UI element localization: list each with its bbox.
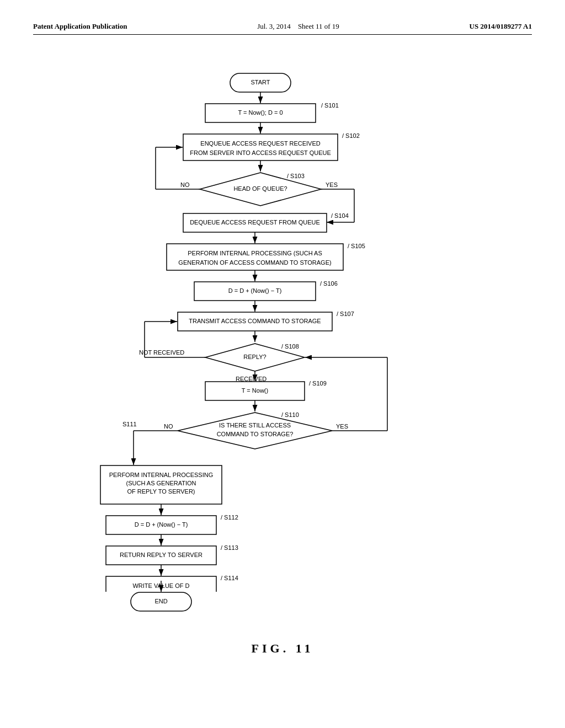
flowchart-container: START T = Now(); D = 0 / S101 ENQUEUE AC… [33,51,532,625]
flowchart-svg: START T = Now(); D = 0 / S101 ENQUEUE AC… [89,62,476,592]
svg-rect-16 [167,244,343,270]
s109-step: / S109 [309,380,327,387]
s108-step: / S108 [281,343,299,350]
s102-line1: ENQUEUE ACCESS REQUEST RECEIVED [200,140,320,147]
svg-rect-5 [183,134,338,160]
s109-label: T = Now() [242,387,268,394]
s102-step: / S102 [342,132,360,139]
s101-label: T = Now(); D = 0 [238,109,282,116]
s108-received: RECEIVED [236,376,266,382]
s103-no: NO [180,181,190,188]
header-patent: US 2014/0189277 A1 [470,22,532,31]
figure-label: FIG. 11 [33,641,532,656]
s102-line2: FROM SERVER INTO ACCESS REQUEST QUEUE [190,149,331,156]
s112-label: D = D + (Now() − T) [135,521,188,528]
s106-step: / S106 [320,280,338,287]
s108-not-received: NOT RECEIVED [139,349,184,356]
flowchart-end-svg: END [89,581,476,625]
s108-label: REPLY? [243,354,266,360]
s105-step: / S105 [348,243,365,249]
s111-step-ref: S111 [122,421,137,427]
s101-step: / S101 [321,102,339,109]
s111-line1: PERFORM INTERNAL PROCESSING [109,472,213,478]
s112-step: / S112 [221,514,238,521]
s106-label: D = D + (Now() − T) [228,287,282,294]
header-publication: Patent Application Publication [33,22,127,31]
s110-yes: YES [336,423,348,430]
s111-line2: (SUCH AS GENERATION [126,480,196,486]
header-center: Jul. 3, 2014 Sheet 11 of 19 [257,22,339,31]
s110-line2: COMMAND TO STORAGE? [217,431,294,437]
s103-step: / S103 [287,173,305,179]
s105-line2: GENERATION OF ACCESS COMMAND TO STORAGE) [178,259,331,266]
s103-yes: YES [326,181,338,188]
s107-step: / S107 [337,311,354,317]
s105-line1: PERFORM INTERNAL PROCESSING (SUCH AS [188,250,322,256]
s110-line1: IS THERE STILL ACCESS [219,422,291,429]
s104-label: DEQUEUE ACCESS REQUEST FROM QUEUE [190,219,320,226]
header-date: Jul. 3, 2014 [257,22,291,30]
header-sheet: Sheet 11 of 19 [298,22,339,30]
s104-step: / S104 [331,212,349,219]
s113-label: RETURN REPLY TO SERVER [120,552,202,558]
s110-no: NO [164,423,173,430]
start-label: START [250,79,270,85]
s110-step: / S110 [281,411,299,418]
page-header: Patent Application Publication Jul. 3, 2… [33,22,532,35]
page: Patent Application Publication Jul. 3, 2… [0,0,565,728]
s107-label: TRANSMIT ACCESS COMMAND TO STORAGE [189,318,321,324]
s111-line3: OF REPLY TO SERVER) [127,488,195,495]
s113-step: / S113 [221,544,238,551]
s103-label: HEAD OF QUEUE? [233,185,287,192]
end-label: END [154,598,167,604]
